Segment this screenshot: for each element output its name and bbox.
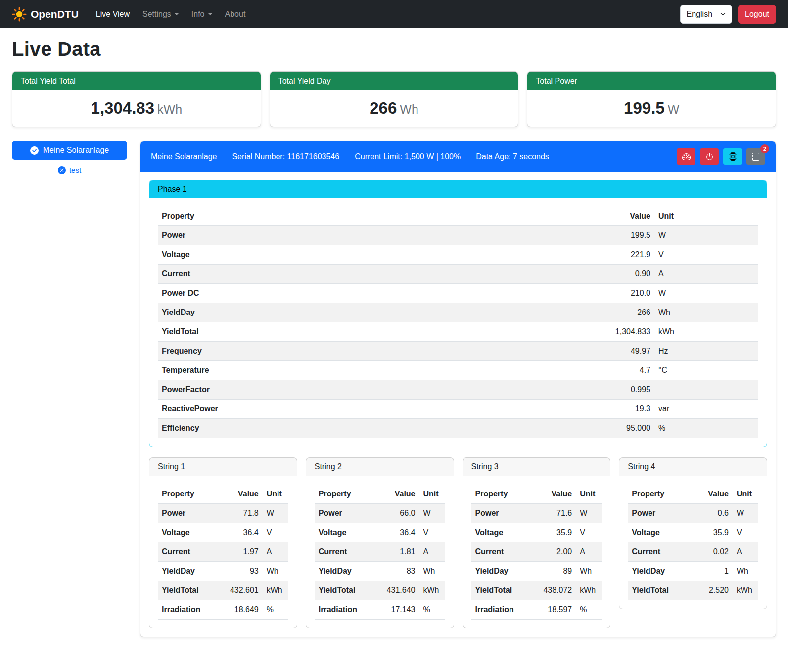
string-title: String 4: [619, 458, 767, 476]
power-icon: [705, 152, 714, 161]
inverter-serial: Serial Number: 116171603546: [232, 152, 339, 161]
summary-card-value: 199.5: [624, 99, 665, 117]
table-row: Efficiency95.000%: [158, 419, 758, 438]
summary-card-body: 1,304.83kWh: [12, 90, 261, 127]
summary-card-total-power: Total Power 199.5W: [527, 71, 776, 127]
navbar: OpenDTU Live View Settings Info About En…: [0, 0, 788, 28]
table-row: YieldTotal432.601kWh: [158, 581, 288, 600]
table-row: Voltage221.9V: [158, 245, 758, 265]
summary-cards-row: Total Yield Total 1,304.83kWh Total Yiel…: [12, 71, 776, 127]
header-value: Value: [539, 485, 576, 504]
table-row: Current0.90A: [158, 265, 758, 284]
table-row: Current2.00A: [471, 542, 602, 562]
string-3-table: Property Value Unit Power71.6WVoltage35.…: [471, 485, 602, 620]
phase-card: Phase 1 Property Value Unit Power199.5WV…: [149, 180, 767, 447]
table-row: YieldDay1Wh: [628, 562, 758, 581]
chevron-down-icon: [720, 11, 726, 17]
inverter-list: Meine Solaranlage test: [12, 141, 127, 174]
table-row: YieldDay89Wh: [471, 562, 602, 581]
table-row: YieldTotal2.520kWh: [628, 581, 758, 600]
inverter-item-test-label: test: [69, 166, 81, 174]
inverter-card: Meine Solaranlage Serial Number: 1161716…: [140, 141, 776, 637]
page-container: Live Data Total Yield Total 1,304.83kWh …: [0, 28, 788, 649]
nav-item-info-label: Info: [191, 10, 205, 19]
header-property: Property: [471, 485, 540, 504]
inverter-select-label: Meine Solaranlage: [43, 146, 109, 155]
table-header-row: Property Value Unit: [471, 485, 602, 504]
table-row: Power199.5W: [158, 226, 758, 245]
table-row: YieldDay266Wh: [158, 303, 758, 322]
inverter-item-test[interactable]: test: [12, 166, 127, 174]
table-row: Voltage35.9V: [471, 523, 602, 542]
inverter-card-header: Meine Solaranlage Serial Number: 1161716…: [140, 141, 776, 172]
nav-item-settings-label: Settings: [142, 10, 171, 19]
table-row: Irradiation18.649%: [158, 600, 288, 620]
table-row: PowerFactor0.995: [158, 380, 758, 400]
table-row: YieldTotal431.640kWh: [315, 581, 445, 600]
nav-item-info[interactable]: Info: [185, 6, 219, 23]
string-card-4: String 4 Property Value Unit: [619, 457, 767, 609]
content-row: Meine Solaranlage test Meine Solaranlage…: [12, 141, 776, 637]
phase-table: Property Value Unit Power199.5WVoltage22…: [158, 207, 758, 438]
table-header-row: Property Value Unit: [628, 485, 758, 504]
nav-item-settings[interactable]: Settings: [136, 6, 185, 23]
limit-settings-button[interactable]: [677, 148, 695, 165]
inverter-data-age: Data Age: 7 seconds: [476, 152, 549, 161]
caret-down-icon: [208, 13, 212, 15]
header-property: Property: [628, 485, 704, 504]
table-row: Temperature4.7°C: [158, 361, 758, 380]
nav-item-live-view[interactable]: Live View: [90, 6, 136, 23]
string-1-table: Property Value Unit Power71.8WVoltage36.…: [158, 485, 288, 620]
sun-logo-icon: [12, 7, 27, 22]
summary-card-total-yield-total: Total Yield Total 1,304.83kWh: [12, 71, 261, 127]
summary-card-value: 266: [370, 99, 397, 117]
table-row: Power DC210.0W: [158, 284, 758, 303]
table-row: Current0.02A: [628, 542, 758, 562]
summary-card-title: Total Yield Total: [12, 72, 261, 90]
nav-item-about[interactable]: About: [219, 6, 252, 23]
strings-row: String 1 Property Value Unit: [149, 457, 767, 628]
string-title: String 3: [463, 458, 610, 476]
string-4-table: Property Value Unit Power0.6WVoltage35.9…: [628, 485, 758, 600]
table-row: Voltage35.9V: [628, 523, 758, 542]
nav-links: Live View Settings Info About: [90, 6, 252, 23]
header-value: Value: [704, 485, 733, 504]
language-select[interactable]: English: [680, 5, 732, 24]
table-row: Current1.97A: [158, 542, 288, 562]
gauge-icon: [682, 152, 691, 161]
inverter-name: Meine Solaranlage: [151, 152, 217, 161]
header-unit: Unit: [263, 485, 288, 504]
page-title: Live Data: [12, 38, 776, 60]
language-select-value: English: [687, 10, 712, 19]
header-unit: Unit: [733, 485, 758, 504]
summary-card-title: Total Yield Day: [270, 72, 518, 90]
inverter-select-button[interactable]: Meine Solaranlage: [12, 141, 127, 160]
brand[interactable]: OpenDTU: [12, 7, 79, 22]
header-value: Value: [383, 485, 419, 504]
summary-card-value: 1,304.83: [91, 99, 154, 117]
table-row: Voltage36.4V: [158, 523, 288, 542]
summary-card-body: 199.5W: [527, 90, 776, 127]
string-card-2: String 2 Property Value Unit: [306, 457, 454, 628]
phase-body: Property Value Unit Power199.5WVoltage22…: [149, 198, 767, 447]
navbar-right: English Logout: [680, 5, 776, 24]
inverter-action-buttons: 2: [677, 148, 765, 165]
string-card-3: String 3 Property Value Unit: [463, 457, 611, 628]
device-info-button[interactable]: [723, 148, 742, 165]
table-row: Current1.81A: [315, 542, 445, 562]
header-property: Property: [158, 207, 611, 226]
summary-card-title: Total Power: [527, 72, 776, 90]
table-header-row: Property Value Unit: [315, 485, 445, 504]
table-row: YieldDay93Wh: [158, 562, 288, 581]
table-row: Irradiation17.143%: [315, 600, 445, 620]
table-row: Power71.6W: [471, 504, 602, 523]
header-property: Property: [158, 485, 226, 504]
table-row: ReactivePower19.3var: [158, 400, 758, 419]
event-log-button[interactable]: 2: [746, 148, 765, 165]
table-row: Power66.0W: [315, 504, 445, 523]
table-row: YieldTotal1,304.833kWh: [158, 322, 758, 342]
check-circle-icon: [30, 146, 39, 155]
logout-button[interactable]: Logout: [738, 5, 776, 24]
power-button[interactable]: [700, 148, 719, 165]
table-row: Irradiation18.597%: [471, 600, 602, 620]
